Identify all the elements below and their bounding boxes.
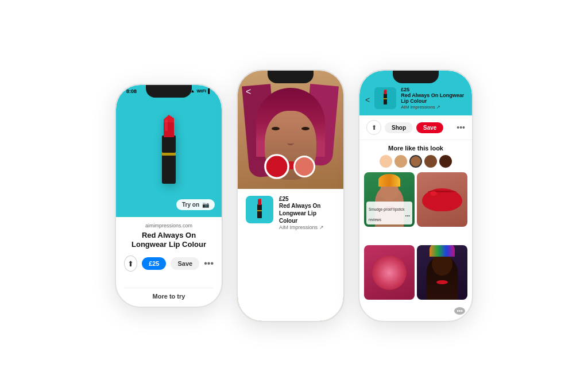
color-swatches — [266, 156, 315, 177]
phone1-share-button[interactable]: ⬆ — [124, 255, 137, 272]
svg-rect-6 — [257, 210, 262, 218]
phone2-lipstick-icon — [254, 199, 265, 220]
svg-rect-11 — [384, 99, 387, 104]
phone3-screen: < £25 Red Always On Longwear Lip Colour … — [359, 71, 472, 321]
phone2-back-button[interactable]: < — [246, 87, 251, 97]
swatch-red[interactable] — [264, 154, 289, 179]
phones-container: 8:08 ▲ WiFi ▌ — [103, 58, 485, 334]
phone3-product-name: Red Always On Longwear Lip Colour — [401, 92, 466, 105]
phone1-time: 8:08 — [126, 88, 137, 94]
share-icon: ⬆ — [127, 260, 134, 268]
phone1-more-button[interactable]: ••• — [204, 258, 214, 269]
phone3-back-button[interactable]: < — [365, 95, 370, 104]
phone2-product-card: £25 Red Always On Longwear Lip Colour AI… — [238, 189, 343, 321]
phone3-share-button[interactable]: ⬆ — [366, 120, 381, 135]
phone2-notch — [268, 71, 314, 83]
phone1-screen: 8:08 ▲ WiFi ▌ — [116, 85, 222, 307]
try-on-label: Try on — [182, 202, 199, 208]
phone3-more-like-title: More like this look — [359, 140, 472, 155]
phone3-brand: AIM Impressions ↗ — [401, 104, 466, 110]
color-dot-1[interactable] — [380, 155, 392, 168]
phone2-product-info: £25 Red Always On Longwear Lip Colour AI… — [279, 196, 335, 230]
grid-cell-pink — [364, 245, 415, 300]
svg-rect-8 — [257, 204, 262, 210]
phone3-more-button[interactable]: ••• — [457, 123, 465, 132]
swatch-light[interactable] — [293, 156, 315, 177]
svg-marker-10 — [258, 199, 261, 200]
phone3-thumb — [374, 87, 396, 109]
grid-label: Smudge-proof lipstick reviews ••• — [366, 202, 412, 224]
color-dot-5[interactable] — [439, 155, 452, 168]
phone1-status-icons: ▲ WiFi ▌ — [191, 88, 211, 94]
svg-rect-14 — [384, 91, 387, 94]
color-dot-3[interactable] — [409, 155, 422, 168]
svg-rect-5 — [165, 119, 168, 131]
phone3-price: £25 — [401, 87, 466, 92]
phone1-site-url: aimimpressions.com — [124, 223, 214, 229]
color-dot-4[interactable] — [424, 155, 437, 168]
phone3-lipstick-icon — [381, 90, 389, 107]
phone3-actions: ⬆ Shop Save ••• — [359, 115, 472, 140]
phone-1: 8:08 ▲ WiFi ▌ — [115, 84, 223, 308]
phone3-save-button[interactable]: Save — [416, 122, 443, 133]
color-dot-2[interactable] — [394, 155, 407, 168]
grid-cell-lips: ••• — [417, 172, 467, 227]
phone-2: < — [237, 69, 345, 322]
svg-rect-13 — [384, 94, 387, 98]
phone1-save-button[interactable]: Save — [171, 257, 199, 270]
phone2-top-bar: < — [238, 87, 343, 97]
grid-label-text: Smudge-proof lipstick reviews — [369, 207, 405, 222]
phone2-price: £25 — [279, 196, 335, 202]
phone-3: < £25 Red Always On Longwear Lip Colour … — [358, 69, 473, 322]
phone3-image-grid: Smudge-proof lipstick reviews ••• ••• — [359, 172, 472, 320]
grid-cell-woman-green: Smudge-proof lipstick reviews ••• — [364, 172, 415, 227]
phone2-product-thumb — [246, 196, 273, 223]
phone2-product-name: Red Always On Longwear Lip Colour — [279, 202, 335, 224]
svg-rect-0 — [162, 154, 176, 184]
phone1-actions: ⬆ £25 Save ••• — [124, 255, 214, 272]
phone2-brand: AIM Impressions ↗ — [279, 224, 335, 230]
eye-left — [272, 127, 280, 130]
lips-closeup — [422, 188, 462, 211]
grid-cell-portrait — [417, 245, 467, 300]
phone1-status-bar: 8:08 ▲ WiFi ▌ — [116, 88, 222, 94]
svg-marker-15 — [384, 90, 387, 91]
grid-dots-icon: ••• — [405, 213, 410, 218]
phone1-product-image: Try on 📷 — [116, 85, 222, 217]
phone1-info: aimimpressions.com Red Always On Longwea… — [116, 217, 222, 307]
phone2-screen: < — [238, 71, 343, 321]
svg-rect-2 — [162, 136, 176, 153]
phone1-product-title: Red Always On Longwear Lip Colour — [124, 231, 214, 250]
svg-rect-9 — [258, 200, 261, 205]
lipstick-icon — [154, 114, 184, 188]
phone3-color-row — [359, 155, 472, 172]
phone3-shop-button[interactable]: Shop — [385, 122, 413, 133]
eye-right — [301, 127, 310, 130]
phone3-notch — [393, 71, 439, 83]
phone1-price-button[interactable]: £25 — [142, 257, 166, 270]
nose — [287, 141, 294, 145]
try-on-badge[interactable]: Try on 📷 — [176, 199, 215, 210]
phone3-product-info: £25 Red Always On Longwear Lip Colour AI… — [401, 87, 466, 110]
camera-icon: 📷 — [202, 202, 209, 208]
phone1-more-to-try[interactable]: More to try — [124, 288, 214, 303]
